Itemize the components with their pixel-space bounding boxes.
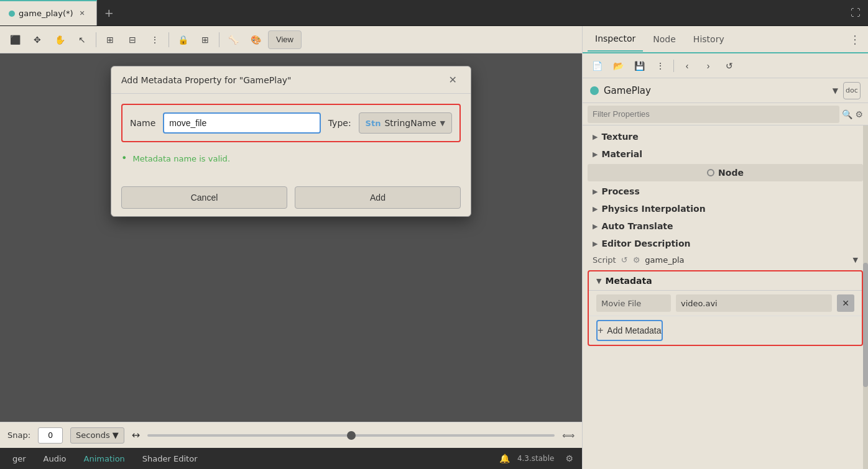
tab-node[interactable]: Node bbox=[645, 27, 683, 52]
insp-sep bbox=[673, 60, 674, 72]
section-auto-translate[interactable]: ▶ Auto Translate bbox=[583, 217, 868, 235]
add-metadata-btn[interactable]: + Add Metadata bbox=[596, 320, 663, 341]
scrollbar-thumb[interactable] bbox=[863, 263, 868, 387]
insp-back-btn[interactable]: ‹ bbox=[678, 57, 696, 75]
filter-row: 🔍 ⚙ bbox=[583, 103, 868, 125]
search-icon: 🔍 bbox=[842, 109, 852, 119]
insp-more-btn[interactable]: ⋮ bbox=[651, 57, 670, 75]
metadata-value[interactable]: video.avi bbox=[676, 294, 832, 312]
inspector-tabs: Inspector Node History ⋮ bbox=[583, 26, 868, 53]
name-input[interactable] bbox=[163, 112, 320, 134]
bone-btn[interactable]: 🦴 bbox=[223, 30, 243, 50]
script-row: Script ↺ ⚙ game_pla ▼ bbox=[583, 252, 868, 268]
seconds-label: Seconds bbox=[76, 430, 110, 440]
node-dropdown-btn[interactable]: ▼ bbox=[833, 86, 838, 95]
section-material[interactable]: ▶ Material bbox=[583, 145, 868, 163]
script-dropdown-btn[interactable]: ▼ bbox=[853, 256, 858, 264]
script-gear-btn[interactable]: ⚙ bbox=[633, 255, 640, 265]
type-icon: Stn bbox=[366, 119, 381, 128]
insp-forward-btn[interactable]: › bbox=[699, 57, 718, 75]
right-panel: Inspector Node History ⋮ 📄 📂 💾 ⋮ ‹ › ↺ G… bbox=[582, 26, 868, 469]
metadata-section: ▼ Metadata Movie File video.avi ✕ + Add … bbox=[588, 270, 863, 346]
dialog-overlay: Add Metadata Property for "GamePlay" ✕ N… bbox=[0, 53, 582, 422]
lock-btn[interactable]: 🔒 bbox=[173, 30, 193, 50]
material-label: Material bbox=[601, 149, 642, 159]
inspector-menu-btn[interactable]: ⋮ bbox=[847, 33, 863, 46]
node-header-label: Node bbox=[718, 168, 744, 178]
version-badge: 4.3.stable bbox=[512, 454, 560, 463]
add-tab-btn[interactable]: + bbox=[97, 0, 121, 25]
process-arrow: ▶ bbox=[593, 188, 598, 196]
tab-inspector[interactable]: Inspector bbox=[588, 27, 643, 52]
section-process[interactable]: ▶ Process bbox=[583, 183, 868, 200]
scrollbar-track bbox=[863, 125, 868, 469]
view-btn[interactable]: View bbox=[268, 30, 302, 49]
grid-tool-btn[interactable]: ⊟ bbox=[122, 30, 142, 50]
tab-history[interactable]: History bbox=[686, 27, 732, 52]
insp-open-btn[interactable]: 📂 bbox=[609, 57, 627, 75]
node-doc-btn[interactable]: doc bbox=[843, 82, 861, 99]
metadata-key: Movie File bbox=[596, 294, 671, 312]
section-editor-description[interactable]: ▶ Editor Description bbox=[583, 235, 868, 252]
expand-btn[interactable]: ⛶ bbox=[843, 7, 868, 19]
add-metadata-dialog: Add Metadata Property for "GamePlay" ✕ N… bbox=[111, 66, 471, 217]
tab-close-btn[interactable]: ✕ bbox=[77, 8, 88, 19]
left-panel: ⬛ ✥ ✋ ↖ ⊞ ⊟ ⋮ 🔒 ⊞ 🦴 🎨 View Add Metadata … bbox=[0, 26, 582, 469]
more-tool-btn[interactable]: ⋮ bbox=[145, 30, 165, 50]
filter-settings-icon[interactable]: ⚙ bbox=[855, 109, 863, 119]
add-button[interactable]: Add bbox=[295, 186, 461, 209]
type-dropdown-arrow: ▼ bbox=[440, 119, 445, 127]
active-tab[interactable]: game_play(*) ✕ bbox=[0, 0, 97, 25]
section-node-header: Node bbox=[588, 164, 863, 181]
bottom-settings-icon[interactable]: ⚙ bbox=[561, 453, 577, 463]
metadata-delete-btn[interactable]: ✕ bbox=[837, 294, 854, 312]
insp-save-btn[interactable]: 💾 bbox=[630, 57, 649, 75]
seconds-select[interactable]: Seconds ▼ bbox=[70, 427, 124, 444]
tab-bar: game_play(*) ✕ + ⛶ bbox=[0, 0, 868, 26]
hand-tool-btn[interactable]: ✋ bbox=[50, 30, 70, 50]
node-name: GamePlay bbox=[604, 85, 828, 96]
node-status-dot bbox=[590, 86, 599, 95]
tab-dot bbox=[9, 11, 15, 17]
texture-arrow: ▶ bbox=[593, 133, 598, 141]
timeline-end: ⟺ bbox=[562, 430, 575, 440]
timeline-icon: ↔ bbox=[132, 429, 140, 441]
timeline-thumb bbox=[347, 431, 356, 440]
snap-tool-btn[interactable]: ⊞ bbox=[100, 30, 120, 50]
node-select-row: GamePlay ▼ doc bbox=[583, 78, 868, 103]
grid2-btn[interactable]: ⊞ bbox=[195, 30, 215, 50]
metadata-header: ▼ Metadata bbox=[589, 271, 862, 291]
snap-bar: Snap: Seconds ▼ ↔ ⟺ bbox=[0, 422, 582, 448]
section-texture[interactable]: ▶ Texture bbox=[583, 128, 868, 145]
snap-input[interactable] bbox=[38, 427, 63, 444]
bottom-tabs: ger Audio Animation Shader Editor 🔔 4.3.… bbox=[0, 448, 582, 469]
paint-btn[interactable]: 🎨 bbox=[246, 30, 265, 50]
tab-animation[interactable]: Animation bbox=[76, 450, 132, 467]
tab-audio[interactable]: Audio bbox=[36, 450, 74, 467]
insp-new-btn[interactable]: 📄 bbox=[588, 57, 606, 75]
dialog-body: Name Type: Stn StringName ▼ bbox=[111, 94, 471, 179]
metadata-collapse-btn[interactable]: ▼ bbox=[596, 277, 601, 285]
tab-shader-editor[interactable]: Shader Editor bbox=[135, 450, 205, 467]
timeline-slider[interactable] bbox=[147, 434, 555, 437]
dialog-close-btn[interactable]: ✕ bbox=[445, 73, 461, 87]
script-reload-btn[interactable]: ↺ bbox=[621, 255, 628, 265]
move-tool-btn[interactable]: ✥ bbox=[27, 30, 47, 50]
type-select-dropdown[interactable]: Stn StringName ▼ bbox=[359, 112, 452, 134]
dialog-title: Add Metadata Property for "GamePlay" bbox=[121, 75, 291, 85]
script-value: game_pla bbox=[645, 255, 847, 265]
type-value: StringName bbox=[384, 118, 436, 128]
name-label: Name bbox=[130, 118, 155, 128]
cancel-button[interactable]: Cancel bbox=[121, 186, 287, 209]
section-physics-interpolation[interactable]: ▶ Physics Interpolation bbox=[583, 200, 868, 217]
seconds-arrow: ▼ bbox=[113, 430, 119, 440]
node-header-dot bbox=[707, 169, 714, 176]
select-tool-btn[interactable]: ⬛ bbox=[5, 30, 25, 50]
valid-msg-text: Metadata name is valid. bbox=[133, 149, 230, 168]
pointer-tool-btn[interactable]: ↖ bbox=[72, 30, 92, 50]
type-label: Type: bbox=[328, 118, 351, 128]
tab-ger[interactable]: ger bbox=[5, 450, 34, 467]
filter-input[interactable] bbox=[588, 106, 839, 123]
insp-reload-btn[interactable]: ↺ bbox=[720, 57, 739, 75]
metadata-header-label: Metadata bbox=[605, 276, 652, 286]
